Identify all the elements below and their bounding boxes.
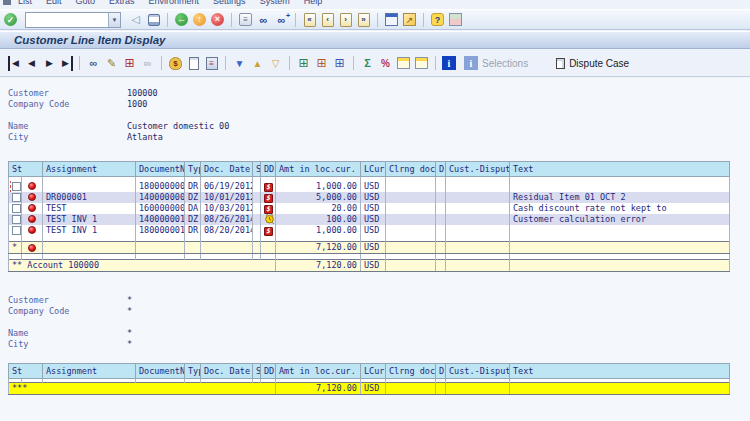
sum-icon[interactable]: Σ — [360, 56, 375, 71]
document-icon[interactable] — [189, 57, 199, 70]
assignment-cell: DR000001 — [43, 192, 136, 203]
payment-icon[interactable]: $ — [169, 57, 182, 70]
previous-item-icon[interactable]: ◀ — [24, 56, 39, 71]
find-icon[interactable]: ∞ — [256, 12, 271, 27]
menu-settings[interactable]: Settings — [213, 0, 246, 6]
customer-value: * — [127, 295, 132, 306]
col-header-cust-disputed[interactable]: Cust.-Disputed — [446, 162, 510, 177]
last-item-icon[interactable]: ▶ — [60, 56, 73, 71]
table-row[interactable]: TEST 1600000001 DA 10/03/2012 $ 20.00 US… — [9, 203, 730, 214]
col-header-doc-date[interactable]: Doc. Date — [201, 162, 253, 177]
open-item-status-icon — [28, 193, 36, 201]
menu-goto[interactable]: Goto — [76, 0, 96, 6]
command-dropdown-icon[interactable]: ▼ — [108, 13, 120, 27]
last-page-icon[interactable]: » — [358, 13, 370, 27]
col-header-text[interactable]: Text — [510, 162, 730, 177]
customer-label: Customer — [8, 88, 127, 99]
documentno-cell[interactable]: 1800000004 — [136, 181, 185, 192]
table-row[interactable]: TEST INV 1 1800000012 DR 08/20/2014 $ 1,… — [9, 225, 730, 236]
row-checkbox[interactable] — [12, 204, 21, 213]
print-icon[interactable]: ≡ — [239, 13, 252, 26]
col-header-typ[interactable]: Typ — [185, 162, 201, 177]
doc-date-cell: 10/01/2012 — [201, 192, 253, 203]
col-header-s[interactable]: S — [253, 364, 261, 379]
row-checkbox[interactable] — [12, 226, 21, 235]
first-page-icon[interactable]: « — [304, 13, 316, 27]
col-header-text[interactable]: Text — [510, 364, 730, 379]
clipboard-icon[interactable]: ≡ — [206, 57, 218, 70]
text-cell: Cash discount rate not kept to — [510, 203, 730, 214]
menu-help[interactable]: Help — [304, 0, 323, 6]
dispute-case-button[interactable]: Dispute Case — [551, 57, 634, 70]
col-header-s[interactable]: S — [253, 162, 261, 177]
command-field[interactable]: ▼ — [25, 12, 121, 28]
col-header-amount[interactable]: Amt in loc.cur. — [276, 364, 361, 379]
set-filter-icon[interactable]: ▼ — [232, 56, 247, 71]
menu-system[interactable]: System — [260, 0, 290, 6]
menu-extras[interactable]: Extras — [109, 0, 135, 6]
row-checkbox[interactable] — [12, 215, 21, 224]
col-header-documentno[interactable]: DocumentNo — [136, 162, 185, 177]
display-document-icon[interactable]: ∞ — [86, 56, 101, 71]
col-header-assignment[interactable]: Assignment — [43, 162, 136, 177]
col-header-dd[interactable]: DD — [261, 162, 276, 177]
enter-icon[interactable]: ✓ — [4, 13, 17, 26]
save-layout-icon[interactable]: ⊞ — [332, 56, 347, 71]
company-code-value: 1000 — [127, 99, 147, 110]
documentno-cell[interactable]: 1800000012 — [136, 225, 185, 236]
documentno-cell[interactable]: 1400000007 — [136, 192, 185, 203]
col-header-st[interactable]: St — [9, 162, 43, 177]
find-next-icon[interactable]: ∞+ — [274, 12, 289, 27]
previous-page-icon[interactable]: ‹ — [322, 13, 334, 27]
back-arrow-icon[interactable]: ◁ — [128, 12, 143, 27]
save-icon[interactable] — [148, 14, 160, 26]
subtotals-icon[interactable] — [397, 57, 410, 69]
customize-layout-icon[interactable] — [449, 13, 462, 26]
col-header-dd[interactable]: DD — [261, 364, 276, 379]
table-row[interactable]: DR000001 1400000007 DZ 10/01/2012 $ 5,00… — [9, 192, 730, 203]
exit-icon[interactable]: ↑ — [193, 13, 206, 26]
col-header-typ[interactable]: Typ — [185, 364, 201, 379]
choose-layout-icon[interactable]: ⊞ — [296, 56, 311, 71]
col-header-clrng-doc[interactable]: Clrng doc. — [386, 364, 436, 379]
col-header-clrng-doc[interactable]: Clrng doc. — [386, 162, 436, 177]
col-header-doc-date[interactable]: Doc. Date — [201, 364, 253, 379]
table-row[interactable]: TEST INV 1 1400000011 DZ 08/26/2014 100.… — [9, 214, 730, 225]
info-icon[interactable]: i — [442, 56, 456, 70]
col-header-st[interactable]: St — [9, 364, 43, 379]
menu-environment[interactable]: Environment — [149, 0, 200, 6]
cancel-icon[interactable]: × — [211, 13, 224, 26]
mass-change-icon[interactable]: ⊞ — [122, 56, 137, 71]
grand-total-amount: 7,120.00 — [276, 383, 361, 395]
col-header-d[interactable]: D — [436, 364, 446, 379]
change-document-icon[interactable]: ✎ — [104, 56, 119, 71]
next-page-icon[interactable]: › — [340, 13, 352, 27]
menu-edit[interactable]: Edit — [46, 0, 62, 6]
col-header-cust-disputed[interactable]: Cust.-Disputed — [446, 364, 510, 379]
col-header-amount[interactable]: Amt in loc.cur. — [276, 162, 361, 177]
row-checkbox[interactable] — [12, 193, 21, 202]
col-header-lcurr[interactable]: LCurr — [361, 162, 386, 177]
create-shortcut-icon[interactable]: ↗ — [403, 13, 416, 26]
col-header-lcurr[interactable]: LCurr — [361, 364, 386, 379]
col-header-documentno[interactable]: DocumentNo — [136, 364, 185, 379]
first-item-icon[interactable]: ◀ — [8, 56, 21, 71]
documentno-cell[interactable]: 1600000001 — [136, 203, 185, 214]
next-item-icon[interactable]: ▶ — [42, 56, 57, 71]
sap-window: List Edit Goto Extras Environment Settin… — [0, 0, 750, 421]
new-session-icon[interactable] — [385, 13, 398, 26]
change-layout-icon[interactable]: ⊞ — [314, 56, 329, 71]
menu-list[interactable]: List — [18, 0, 32, 6]
row-checkbox[interactable] — [12, 182, 21, 191]
sort-descending-icon[interactable]: ▽ — [268, 56, 283, 71]
table-row[interactable]: 1800000004 DR 06/19/2012 $ 1,000.00 USD — [9, 181, 730, 192]
sort-ascending-icon[interactable]: ▲ — [250, 56, 265, 71]
help-icon[interactable]: ? — [431, 13, 444, 26]
totals-variant-icon[interactable] — [415, 57, 428, 69]
col-header-d[interactable]: D — [436, 162, 446, 177]
back-icon[interactable]: ← — [175, 13, 188, 26]
mean-value-icon[interactable]: % — [378, 56, 393, 71]
documentno-cell[interactable]: 1400000011 — [136, 214, 185, 225]
col-header-assignment[interactable]: Assignment — [43, 364, 136, 379]
command-input[interactable] — [26, 13, 108, 27]
